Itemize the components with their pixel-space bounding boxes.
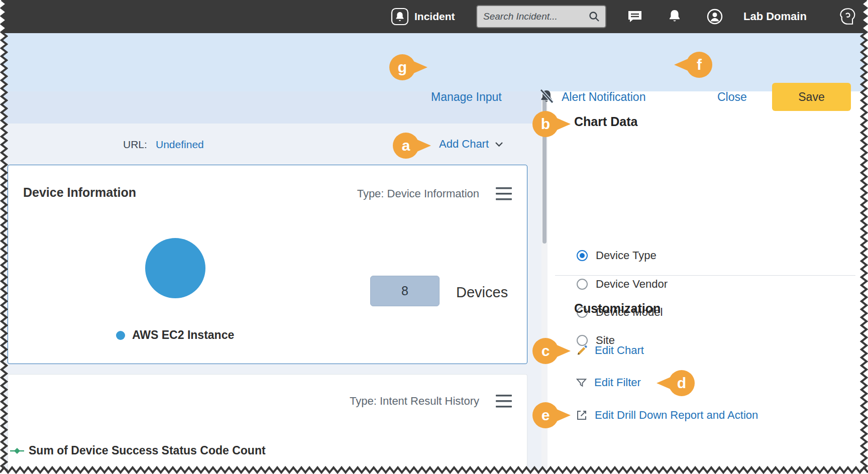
legend-label: Sum of Device Success Status Code Count [29, 444, 266, 457]
chart-data-option[interactable]: Device Vendor [577, 276, 668, 293]
device-count-value: 8 [401, 284, 408, 298]
domain-label: Lab Domain [743, 0, 807, 33]
search-icon[interactable] [588, 11, 600, 23]
alert-notification-muted-icon[interactable] [537, 87, 556, 105]
device-count-box: 8 [370, 276, 440, 306]
callout-d: d [669, 370, 695, 396]
user-account-icon[interactable] [706, 8, 723, 25]
ai-assistant-head-icon[interactable] [836, 6, 857, 27]
editor-toolbar: Manage Input Alert Notification Close Sa… [0, 33, 868, 91]
edit-chart-button[interactable]: Edit Chart [576, 342, 644, 359]
device-count-unit: Devices [456, 284, 508, 301]
close-button[interactable]: Close [717, 88, 747, 105]
card-type-label: Type: Intent Result History [350, 395, 479, 408]
callout-letter: c [541, 342, 550, 360]
callout-letter: a [402, 137, 410, 154]
edit-drilldown-button[interactable]: Edit Drill Down Report and Action [576, 407, 758, 424]
callout-g: g [389, 54, 415, 80]
search-box[interactable] [476, 5, 606, 28]
chart-data-option[interactable]: Device Type [577, 247, 657, 264]
callout-letter: g [398, 59, 407, 76]
pencil-icon[interactable] [576, 344, 588, 357]
app-window: Incident [0, 0, 868, 474]
top-bar: Incident [0, 0, 868, 33]
manage-input-button[interactable]: Manage Input [431, 88, 502, 105]
option-label[interactable]: Device Type [596, 249, 657, 262]
add-chart-button[interactable]: Add Chart [439, 138, 503, 151]
callout-a: a [393, 133, 419, 159]
device-information-card: Device Information Type: Device Informat… [8, 165, 527, 364]
edit-filter-button[interactable]: Edit Filter [576, 374, 641, 391]
action-label[interactable]: Edit Filter [594, 376, 641, 389]
callout-letter: d [677, 375, 686, 392]
card-menu-icon[interactable] [496, 187, 512, 200]
add-chart-label[interactable]: Add Chart [439, 138, 489, 151]
chart-data-heading: Chart Data [574, 114, 637, 129]
search-input[interactable] [483, 11, 588, 22]
pie-chart [145, 238, 205, 298]
callout-letter: b [541, 115, 550, 133]
radio-icon[interactable] [577, 250, 588, 261]
notifications-bell-icon[interactable] [667, 8, 683, 24]
option-label[interactable]: Device Vendor [596, 278, 668, 291]
customization-heading: Customization [574, 301, 661, 316]
incident-icon[interactable] [391, 8, 409, 26]
line-series-legend: Sum of Device Success Status Code Count [10, 444, 266, 457]
url-value-link[interactable]: Undefined [156, 139, 204, 151]
legend-label: AWS EC2 Instance [132, 328, 234, 342]
incident-label: Incident [414, 11, 455, 23]
callout-letter: f [697, 56, 702, 73]
callout-b: b [532, 111, 559, 137]
drill-down-icon[interactable] [576, 409, 588, 421]
incident-nav[interactable]: Incident [391, 0, 455, 33]
url-label: URL: [123, 139, 147, 151]
legend-dot-icon [116, 331, 125, 340]
card-title: Device Information [23, 185, 136, 200]
radio-icon[interactable] [577, 279, 588, 290]
callout-letter: e [541, 407, 550, 424]
diamond-marker-icon [10, 447, 24, 454]
alert-notification-button[interactable]: Alert Notification [562, 88, 645, 105]
callout-c: c [532, 338, 559, 364]
action-label[interactable]: Edit Drill Down Report and Action [595, 409, 758, 422]
card-type-label: Type: Device Information [357, 187, 479, 200]
action-label[interactable]: Edit Chart [595, 344, 644, 357]
panel-divider [555, 275, 855, 276]
callout-f: f [686, 52, 712, 78]
pie-legend: AWS EC2 Instance [116, 328, 234, 342]
chevron-down-icon[interactable] [495, 142, 503, 147]
card-menu-icon[interactable] [496, 395, 512, 408]
chart-settings-panel: Chart Data Device Type Device Vendor Dev… [548, 91, 868, 474]
filter-funnel-icon[interactable] [576, 377, 587, 389]
callout-e: e [532, 402, 559, 428]
save-button[interactable]: Save [772, 83, 851, 111]
chat-icon[interactable] [627, 9, 643, 25]
intent-result-history-card: Type: Intent Result History Sum of Devic… [8, 374, 527, 474]
